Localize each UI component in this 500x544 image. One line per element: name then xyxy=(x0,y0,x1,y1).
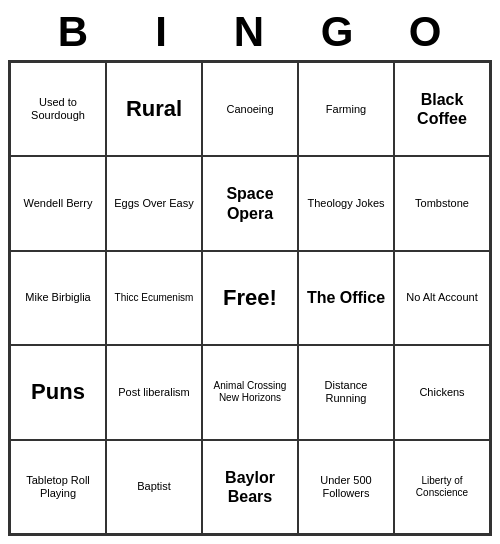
bingo-cell-15: Puns xyxy=(10,345,106,439)
bingo-header: B I N G O xyxy=(8,8,492,56)
bingo-cell-2: Canoeing xyxy=(202,62,298,156)
bingo-cell-9: Tombstone xyxy=(394,156,490,250)
bingo-cell-12: Free! xyxy=(202,251,298,345)
letter-g: G xyxy=(294,8,382,56)
bingo-cell-11: Thicc Ecumenism xyxy=(106,251,202,345)
bingo-cell-17: Animal Crossing New Horizons xyxy=(202,345,298,439)
bingo-cell-21: Baptist xyxy=(106,440,202,534)
bingo-cell-24: Liberty of Conscience xyxy=(394,440,490,534)
bingo-cell-6: Eggs Over Easy xyxy=(106,156,202,250)
bingo-cell-7: Space Opera xyxy=(202,156,298,250)
bingo-cell-19: Chickens xyxy=(394,345,490,439)
bingo-grid: Used to SourdoughRuralCanoeingFarmingBla… xyxy=(8,60,492,536)
letter-n: N xyxy=(206,8,294,56)
bingo-cell-18: Distance Running xyxy=(298,345,394,439)
bingo-cell-4: Black Coffee xyxy=(394,62,490,156)
bingo-cell-13: The Office xyxy=(298,251,394,345)
bingo-cell-1: Rural xyxy=(106,62,202,156)
letter-o: O xyxy=(382,8,470,56)
bingo-cell-14: No Alt Account xyxy=(394,251,490,345)
bingo-cell-16: Post liberalism xyxy=(106,345,202,439)
bingo-cell-3: Farming xyxy=(298,62,394,156)
bingo-cell-22: Baylor Bears xyxy=(202,440,298,534)
bingo-cell-0: Used to Sourdough xyxy=(10,62,106,156)
letter-b: B xyxy=(30,8,118,56)
bingo-cell-5: Wendell Berry xyxy=(10,156,106,250)
bingo-cell-23: Under 500 Followers xyxy=(298,440,394,534)
bingo-cell-10: Mike Birbiglia xyxy=(10,251,106,345)
bingo-cell-8: Theology Jokes xyxy=(298,156,394,250)
letter-i: I xyxy=(118,8,206,56)
bingo-cell-20: Tabletop Roll Playing xyxy=(10,440,106,534)
